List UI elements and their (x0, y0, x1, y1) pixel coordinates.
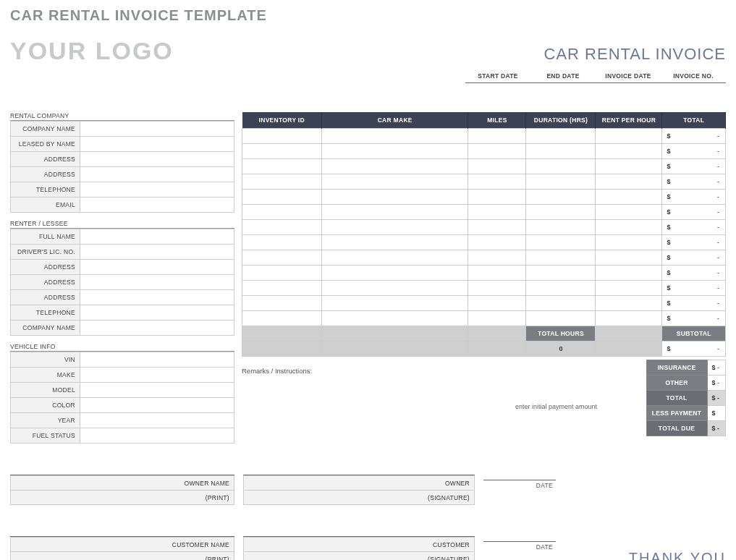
customer-date-line[interactable] (483, 527, 556, 542)
line-cell-inventory_id[interactable] (242, 190, 322, 205)
line-cell-rent_per_hour[interactable] (596, 190, 662, 205)
info-value[interactable] (80, 167, 234, 182)
line-cell-rent_per_hour[interactable] (596, 266, 662, 281)
meta-invoice-no-value[interactable] (661, 83, 726, 98)
line-cell-duration[interactable] (526, 220, 596, 235)
owner-signature-line[interactable] (243, 461, 475, 475)
info-value[interactable] (80, 305, 234, 321)
line-cell-inventory_id[interactable] (242, 266, 322, 281)
line-cell-car_make[interactable] (322, 296, 468, 311)
line-cell-rent_per_hour[interactable] (596, 235, 662, 250)
line-cell-car_make[interactable] (322, 235, 468, 250)
line-cell-inventory_id[interactable] (242, 235, 322, 250)
line-cell-miles[interactable] (468, 159, 526, 174)
line-cell-car_make[interactable] (322, 144, 468, 159)
info-value[interactable] (80, 383, 234, 398)
customer-name-line[interactable] (10, 522, 234, 537)
line-cell-miles[interactable] (468, 281, 526, 296)
owner-date-line[interactable] (483, 466, 556, 480)
line-cell-miles[interactable] (468, 296, 526, 311)
owner-name-line[interactable] (10, 461, 234, 475)
line-cell-miles[interactable] (468, 266, 526, 281)
info-value[interactable] (80, 198, 234, 213)
line-cell-miles[interactable] (468, 174, 526, 190)
line-cell-duration[interactable] (526, 266, 596, 281)
line-cell-duration[interactable] (526, 311, 596, 326)
info-value[interactable] (80, 245, 234, 260)
line-cell-car_make[interactable] (322, 311, 468, 326)
line-cell-car_make[interactable] (322, 159, 468, 174)
info-value[interactable] (80, 122, 234, 137)
meta-end-date-value[interactable] (530, 83, 596, 98)
line-cell-rent_per_hour[interactable] (596, 281, 662, 296)
line-cell-car_make[interactable] (322, 190, 468, 205)
line-cell-miles[interactable] (468, 311, 526, 326)
line-cell-miles[interactable] (468, 250, 526, 266)
line-cell-inventory_id[interactable] (242, 205, 322, 220)
line-cell-rent_per_hour[interactable] (596, 220, 662, 235)
line-cell-inventory_id[interactable] (242, 250, 322, 266)
line-cell-rent_per_hour[interactable] (596, 129, 662, 144)
line-cell-inventory_id[interactable] (242, 144, 322, 159)
info-value[interactable] (80, 398, 234, 413)
info-value[interactable] (80, 368, 234, 383)
line-cell-inventory_id[interactable] (242, 281, 322, 296)
info-value[interactable] (80, 413, 234, 428)
line-cell-duration[interactable] (526, 144, 596, 159)
info-label: ADDRESS (11, 275, 80, 290)
line-cell-duration[interactable] (526, 250, 596, 266)
info-row: MAKE (11, 368, 234, 383)
line-cell-rent_per_hour[interactable] (596, 296, 662, 311)
line-cell-duration[interactable] (526, 129, 596, 144)
meta-start-date-value[interactable] (465, 83, 530, 98)
line-cell-rent_per_hour[interactable] (596, 159, 662, 174)
line-cell-car_make[interactable] (322, 174, 468, 190)
info-value[interactable] (80, 290, 234, 305)
line-cell-inventory_id[interactable] (242, 311, 322, 326)
info-value[interactable] (80, 275, 234, 290)
customer-signature-line[interactable] (243, 522, 475, 537)
line-cell-miles[interactable] (468, 190, 526, 205)
line-cell-duration[interactable] (526, 235, 596, 250)
line-cell-car_make[interactable] (322, 220, 468, 235)
line-cell-rent_per_hour[interactable] (596, 250, 662, 266)
line-cell-duration[interactable] (526, 174, 596, 190)
line-cell-rent_per_hour[interactable] (596, 144, 662, 159)
summary-other-amt[interactable]: - (717, 376, 726, 391)
owner-label: OWNER (244, 476, 475, 491)
line-cell-miles[interactable] (468, 235, 526, 250)
line-cell-inventory_id[interactable] (242, 174, 322, 190)
info-value[interactable] (80, 137, 234, 152)
line-cell-car_make[interactable] (322, 281, 468, 296)
line-cell-inventory_id[interactable] (242, 296, 322, 311)
line-cell-inventory_id[interactable] (242, 159, 322, 174)
info-value[interactable] (80, 152, 234, 167)
line-cell-duration[interactable] (526, 281, 596, 296)
info-value[interactable] (80, 182, 234, 198)
info-value[interactable] (80, 428, 234, 444)
line-cell-miles[interactable] (468, 220, 526, 235)
line-cell-car_make[interactable] (322, 205, 468, 220)
line-cell-duration[interactable] (526, 296, 596, 311)
line-cell-rent_per_hour[interactable] (596, 174, 662, 190)
line-cell-miles[interactable] (468, 129, 526, 144)
summary-insurance-amt[interactable]: - (717, 360, 726, 376)
info-value[interactable] (80, 321, 234, 336)
info-value[interactable] (80, 229, 234, 245)
line-cell-duration[interactable] (526, 205, 596, 220)
line-cell-miles[interactable] (468, 144, 526, 159)
line-cell-inventory_id[interactable] (242, 129, 322, 144)
line-cell-rent_per_hour[interactable] (596, 205, 662, 220)
line-cell-car_make[interactable] (322, 129, 468, 144)
line-cell-car_make[interactable] (322, 250, 468, 266)
line-cell-rent_per_hour[interactable] (596, 311, 662, 326)
line-cell-duration[interactable] (526, 159, 596, 174)
line-cell-miles[interactable] (468, 205, 526, 220)
info-value[interactable] (80, 352, 234, 368)
meta-invoice-date-value[interactable] (596, 83, 661, 98)
line-cell-inventory_id[interactable] (242, 220, 322, 235)
line-cell-car_make[interactable] (322, 266, 468, 281)
summary-less-amt[interactable] (717, 406, 726, 421)
line-cell-duration[interactable] (526, 190, 596, 205)
info-value[interactable] (80, 260, 234, 275)
